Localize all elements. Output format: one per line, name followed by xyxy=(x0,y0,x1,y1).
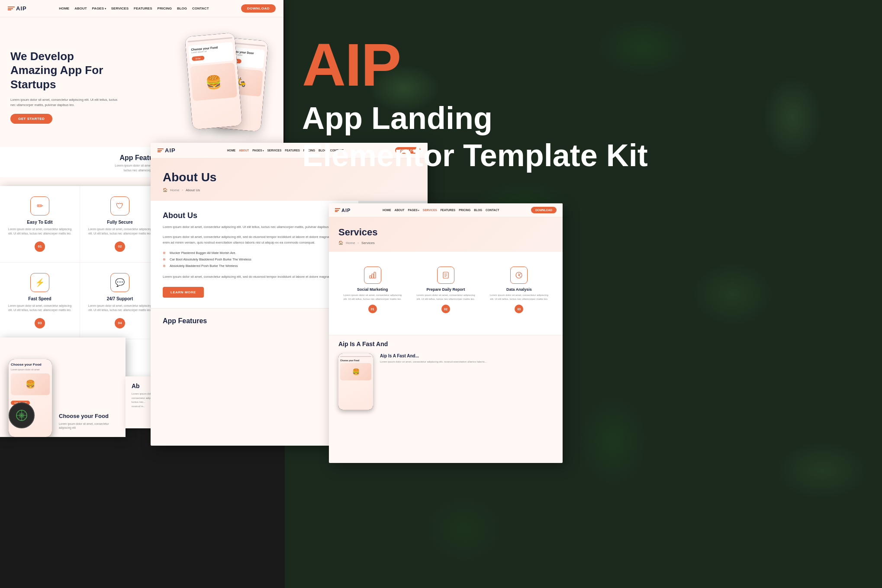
service-card-1: Social Marketing Lorem ipsum dolor sit a… xyxy=(338,260,406,319)
social-marketing-icon xyxy=(364,267,381,284)
home-nav-links: HOME ABOUT PAGES SERVICES FEATURES PRICI… xyxy=(59,6,209,10)
services-logo-text: AIP xyxy=(341,208,351,213)
analysis-icon xyxy=(510,267,528,284)
learn-more-button[interactable]: LEARN MORE xyxy=(163,287,204,298)
service-desc-2: Lorem ipsum dolor sit amet, consectetur … xyxy=(415,293,476,301)
feature-desc-4: Lorem ipsum dolor sit amet, consectetur … xyxy=(87,304,153,313)
feature-desc-1: Lorem ipsum dolor sit amet, consectetur … xyxy=(7,227,73,236)
services-breadcrumb-sep: › xyxy=(357,241,359,245)
phone-bottom-title: Choose your Food xyxy=(59,413,119,419)
home-nav-logo: AIP xyxy=(8,5,27,12)
phone-bottom-card: Choose your Food Lorem ipsum dolor sit a… xyxy=(0,337,126,437)
nav-services[interactable]: SERVICES xyxy=(111,6,129,10)
feature-title-2: Fully Secure xyxy=(87,220,153,225)
services-nav-pages[interactable]: PAGES xyxy=(408,209,419,212)
services-download-button[interactable]: DOWNLOAD xyxy=(531,207,557,213)
feature-num-4: 04 xyxy=(115,318,125,328)
about-nav-about[interactable]: ABOUT xyxy=(239,149,249,152)
about-nav-pages[interactable]: PAGES xyxy=(252,149,264,152)
about-para-1: Lorem ipsum dolor sit amet, consectetur … xyxy=(163,225,350,230)
hero-description: Lorem ipsum dolor sit amet, consectetur … xyxy=(10,97,123,108)
nav-contact[interactable]: CONTACT xyxy=(192,6,209,10)
services-nav-blog[interactable]: BLOG xyxy=(474,209,482,212)
breadcrumb-home: Home xyxy=(170,188,179,192)
about-list-item-3: Absolutely Bladdered Posh Burke The Wire… xyxy=(163,263,350,269)
speed-icon: ⚡ xyxy=(30,273,49,292)
feature-cell-3: ⚡ Fast Speed Lorem ipsum dolor sit amet,… xyxy=(0,263,80,339)
services-nav-contact[interactable]: CONTACT xyxy=(486,209,499,212)
service-name-3: Data Analysis xyxy=(489,287,550,292)
logo-bars-icon xyxy=(8,6,15,10)
services-bottom-title: Aip Is A Fast And... xyxy=(380,353,553,358)
service-desc-1: Lorem ipsum dolor sit amet, consectetur … xyxy=(342,293,403,301)
nav-features[interactable]: FEATURES xyxy=(134,6,152,10)
service-card-2: Prepare Daily Report Lorem ipsum dolor s… xyxy=(412,260,480,319)
nav-pages[interactable]: PAGES xyxy=(92,6,106,10)
phone-food-label: Choose your Food xyxy=(11,363,50,366)
about-section-title: About Us xyxy=(163,211,350,220)
secure-icon: 🛡 xyxy=(110,196,129,215)
support-icon: 💬 xyxy=(110,273,129,292)
feature-num-3: 03 xyxy=(35,318,45,328)
services-nav-pricing[interactable]: PRICING xyxy=(459,209,470,212)
services-nav-features[interactable]: FEATURES xyxy=(441,209,456,212)
hero-phones: Deliver to your Door Lorem ipsum dolor O… xyxy=(152,30,273,143)
services-bottom-text: Aip Is A Fast And... Lorem ipsum dolor s… xyxy=(380,353,553,364)
breadcrumb-current: About Us xyxy=(186,188,200,192)
feature-desc-2: Lorem ipsum dolor sit amet, consectetur … xyxy=(87,227,153,236)
about-list: Mucker Plastered Bugger All Mate Morish … xyxy=(163,250,350,269)
brand-tagline: App Landing Elementor Template Kit xyxy=(302,100,648,174)
phone-food-sublabel: Lorem ipsum dolor sit amet xyxy=(11,368,50,371)
about-nav-services[interactable]: SERVICES xyxy=(267,149,282,152)
about-list-item-2: Car Boot Absolutely Bladdered Posh Burke… xyxy=(163,256,350,263)
phone-mockup-front: Choose your Food Lorem ipsum sit Order 🍔 xyxy=(185,32,242,129)
services-breadcrumb: 🏠 Home › Services xyxy=(338,241,553,245)
phone-food-item-2: Choose your Food Lorem ipsum sit Order xyxy=(188,42,234,64)
feature-title-4: 24/7 Support xyxy=(87,296,153,301)
get-started-button[interactable]: GET STARTED xyxy=(10,114,52,124)
hero-text-block: We Develop Amazing App For Startups Lore… xyxy=(10,49,123,124)
services-phone-mockup: Choose your Food 🍔 xyxy=(338,353,373,410)
phone-header-bar-2 xyxy=(188,37,232,42)
service-name-2: Prepare Daily Report xyxy=(415,287,476,292)
features-grid: ✏ Easy To Edit Lorem ipsum dolor sit ame… xyxy=(0,186,160,339)
feature-title-3: Fast Speed xyxy=(7,296,73,301)
feature-num-2: 02 xyxy=(115,241,125,252)
brand-title-overlay: AIP App Landing Elementor Template Kit xyxy=(285,26,665,183)
services-content: Social Marketing Lorem ipsum dolor sit a… xyxy=(329,252,563,335)
service-num-1: 01 xyxy=(368,305,377,313)
services-nav-home[interactable]: HOME xyxy=(383,209,391,212)
feature-num-1: 01 xyxy=(35,241,45,252)
services-grid: Social Marketing Lorem ipsum dolor sit a… xyxy=(338,260,553,319)
services-home-icon: 🏠 xyxy=(338,241,343,245)
phone-screen-front: Choose your Food Lorem ipsum sit Order 🍔 xyxy=(185,32,242,129)
home-hero-section: We Develop Amazing App For Startups Lore… xyxy=(0,17,283,147)
services-breadcrumb-current: Services xyxy=(361,241,375,245)
nav-pricing[interactable]: PRICING xyxy=(158,6,172,10)
service-card-3: Data Analysis Lorem ipsum dolor sit amet… xyxy=(485,260,553,319)
breadcrumb-separator: › xyxy=(182,188,183,192)
feature-cell-4: 💬 24/7 Support Lorem ipsum dolor sit ame… xyxy=(80,263,160,339)
nav-about[interactable]: ABOUT xyxy=(74,6,87,10)
services-nav-about[interactable]: ABOUT xyxy=(394,209,404,212)
feature-title-1: Easy To Edit xyxy=(7,220,73,225)
services-navbar: AIP HOME ABOUT PAGES SERVICES FEATURES P… xyxy=(329,203,563,217)
nav-home[interactable]: HOME xyxy=(59,6,69,10)
services-page-card: AIP HOME ABOUT PAGES SERVICES FEATURES P… xyxy=(329,203,563,463)
services-nav-services[interactable]: SERVICES xyxy=(423,209,437,212)
home-download-button[interactable]: DOWNLOAD xyxy=(241,4,276,13)
services-nav-logo: AIP xyxy=(335,208,351,213)
brand-aip-text: AIP xyxy=(302,35,648,95)
nav-blog[interactable]: BLOG xyxy=(177,6,187,10)
eco-badge xyxy=(9,402,35,428)
about-list-item-1: Mucker Plastered Bugger All Mate Morish … xyxy=(163,250,350,256)
home-breadcrumb-icon: 🏠 xyxy=(163,188,167,192)
services-page-title: Services xyxy=(338,227,553,238)
phone-bottom-desc: Lorem ipsum dolor sit amet, consectetur … xyxy=(59,422,119,431)
about-logo-text: AIP xyxy=(165,147,176,154)
edit-icon: ✏ xyxy=(30,196,49,215)
phone-bottom-text-block: Choose your Food Lorem ipsum dolor sit a… xyxy=(52,406,126,437)
about-nav-home[interactable]: HOME xyxy=(227,149,236,152)
services-logo-bars xyxy=(335,208,340,212)
service-desc-3: Lorem ipsum dolor sit amet, consectetur … xyxy=(489,293,550,301)
